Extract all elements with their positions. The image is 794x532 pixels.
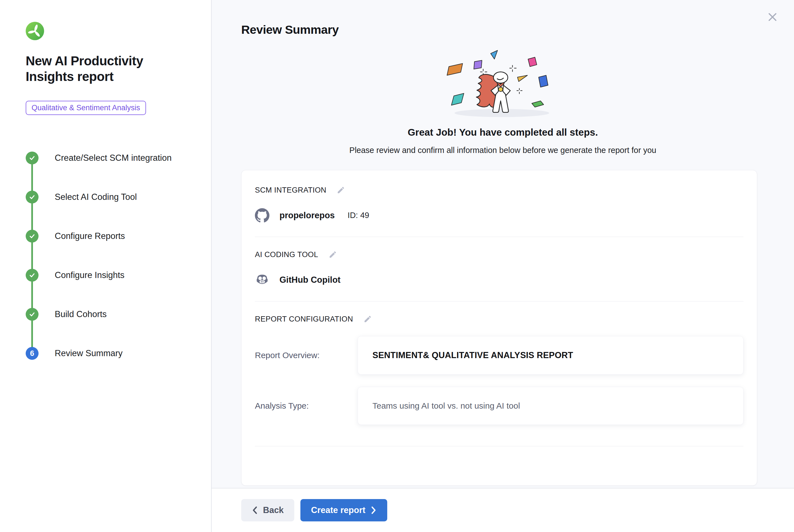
propeller-logo-icon [26,22,44,40]
check-icon [29,193,36,201]
sidebar-step-scm-integration[interactable]: Create/Select SCM integration [26,138,200,177]
copilot-icon [255,273,269,287]
ai-tool-section-label: AI CODING TOOL [255,250,318,259]
step-label: Review Summary [55,348,122,358]
close-icon[interactable] [767,11,778,23]
wizard-footer: Back Create report [212,488,794,532]
analysis-type-value: Teams using AI tool vs. not using AI too… [373,401,520,410]
step-done-circle [26,269,39,282]
edit-ai-tool-pencil-icon[interactable] [328,250,337,259]
analysis-type-label: Analysis Type: [255,401,358,411]
step-label: Build Cohorts [55,309,107,319]
app-window: New AI Productivity Insights report Qual… [0,0,794,532]
review-summary-panel: Review Summary [212,0,794,532]
report-overview-label: Report Overview: [255,350,358,360]
ai-tool-name: GitHub Copilot [280,275,341,285]
report-overview-value-box: SENTIMENT& QUALITATIVE ANALYSIS REPORT [358,336,743,375]
step-label: Configure Insights [55,270,125,280]
congrats-heading: Great Job! You have completed all steps. [212,127,794,138]
sidebar-step-configure-insights[interactable]: Configure Insights [26,256,200,295]
create-report-button[interactable]: Create report [300,499,387,521]
report-overview-value: SENTIMENT& QUALITATIVE ANALYSIS REPORT [373,350,573,360]
wizard-sidebar: New AI Productivity Insights report Qual… [0,0,212,532]
scm-integration-id: ID: 49 [347,211,369,220]
step-done-circle [26,191,39,204]
summary-card: SCM INTEGRATION propelorepos ID: 49 AI C… [241,170,757,486]
report-config-section-label: REPORT CONFIGURATION [255,315,353,323]
check-icon [29,311,36,318]
scm-section-label: SCM INTEGRATION [255,186,326,194]
check-icon [29,271,36,279]
chevron-left-icon [252,506,258,515]
check-icon [29,154,36,162]
step-label: Select AI Coding Tool [55,192,137,202]
step-done-circle [26,230,39,243]
sidebar-step-ai-coding-tool[interactable]: Select AI Coding Tool [26,177,200,216]
wizard-title: New AI Productivity Insights report [26,53,176,84]
edit-scm-pencil-icon[interactable] [336,186,345,195]
wizard-stepper: Create/Select SCM integration Select AI … [26,138,200,373]
github-icon [255,208,269,223]
step-label: Configure Reports [55,231,125,241]
create-report-button-label: Create report [311,505,365,515]
step-done-circle [26,152,39,165]
sidebar-step-configure-reports[interactable]: Configure Reports [26,216,200,256]
scm-integration-name: propelorepos [280,210,335,221]
page-title: Review Summary [212,10,794,37]
back-button-label: Back [263,505,284,515]
analysis-type-badge: Qualitative & Sentiment Analysis [26,101,146,115]
sidebar-step-build-cohorts[interactable]: Build Cohorts [26,295,200,334]
superhero-confetti-illustration [436,46,570,118]
step-done-circle [26,308,39,321]
edit-report-config-pencil-icon[interactable] [363,315,372,324]
chevron-right-icon [371,506,377,515]
step-label: Create/Select SCM integration [55,153,172,163]
sidebar-step-review-summary[interactable]: 6 Review Summary [26,334,200,373]
analysis-type-value-box: Teams using AI tool vs. not using AI too… [358,387,743,425]
check-icon [29,232,36,240]
congrats-subheading: Please review and confirm all informatio… [212,146,794,155]
step-current-circle: 6 [26,347,39,360]
back-button[interactable]: Back [241,499,294,521]
